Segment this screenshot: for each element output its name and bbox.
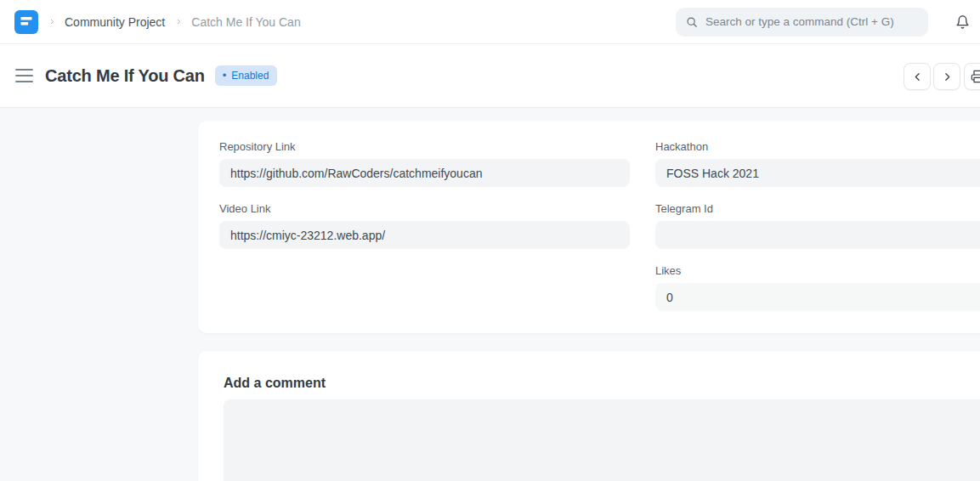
navbar: Community Project Catch Me If You Can: [0, 0, 980, 44]
hamburger-icon: [15, 75, 33, 76]
comment-section-heading: Add a comment: [224, 376, 980, 390]
likes-input[interactable]: [655, 283, 980, 311]
page-title: Catch Me If You Can: [45, 66, 205, 86]
field-telegram-id: Telegram Id: [655, 202, 980, 249]
search-icon: [686, 16, 698, 28]
global-search[interactable]: [676, 8, 928, 37]
telegram-id-input[interactable]: [655, 221, 980, 249]
video-link-label: Video Link: [219, 202, 630, 215]
chevron-left-icon: [912, 71, 923, 82]
status-badge-label: Enabled: [231, 70, 269, 82]
frappe-logo[interactable]: [14, 10, 38, 34]
status-badge: • Enabled: [215, 65, 278, 86]
indicator-dot: •: [223, 71, 227, 80]
form-column-left: Repository Link Video Link: [219, 140, 630, 333]
video-link-input[interactable]: [219, 221, 630, 249]
next-document-button[interactable]: [933, 63, 960, 90]
repository-link-label: Repository Link: [219, 140, 630, 153]
hackathon-input[interactable]: [655, 159, 980, 187]
comment-textarea[interactable]: [224, 399, 980, 481]
printer-icon: [971, 70, 980, 83]
frappe-logo-icon: [14, 10, 38, 34]
form-column-right: Hackathon Telegram Id Likes: [655, 140, 980, 333]
breadcrumb-item-current[interactable]: Catch Me If You Can: [191, 15, 300, 29]
breadcrumb-separator-icon: [175, 18, 183, 25]
bell-icon: [955, 14, 970, 30]
content-area: Repository Link Video Link Hackathon Tel…: [0, 108, 980, 481]
comment-card: Add a comment: [198, 351, 980, 481]
telegram-id-label: Telegram Id: [655, 202, 980, 215]
repository-link-input[interactable]: [219, 159, 630, 187]
breadcrumb-separator-icon: [48, 18, 56, 25]
field-hackathon: Hackathon: [655, 140, 980, 187]
field-video-link: Video Link: [219, 202, 630, 249]
page-header: Catch Me If You Can • Enabled: [0, 44, 980, 108]
hackathon-label: Hackathon: [655, 140, 980, 153]
hamburger-icon: [15, 81, 33, 82]
form-card: Repository Link Video Link Hackathon Tel…: [198, 121, 980, 333]
field-repository-link: Repository Link: [219, 140, 630, 187]
field-likes: Likes: [655, 264, 980, 311]
search-input[interactable]: [705, 15, 909, 28]
sidebar-toggle-button[interactable]: [15, 68, 34, 83]
chevron-right-icon: [942, 71, 953, 82]
print-button[interactable]: [964, 63, 980, 90]
hamburger-icon: [15, 69, 33, 71]
previous-document-button[interactable]: [904, 63, 931, 90]
notifications-button[interactable]: [952, 12, 972, 32]
breadcrumb-item-community-project[interactable]: Community Project: [65, 15, 165, 29]
likes-label: Likes: [655, 264, 980, 277]
